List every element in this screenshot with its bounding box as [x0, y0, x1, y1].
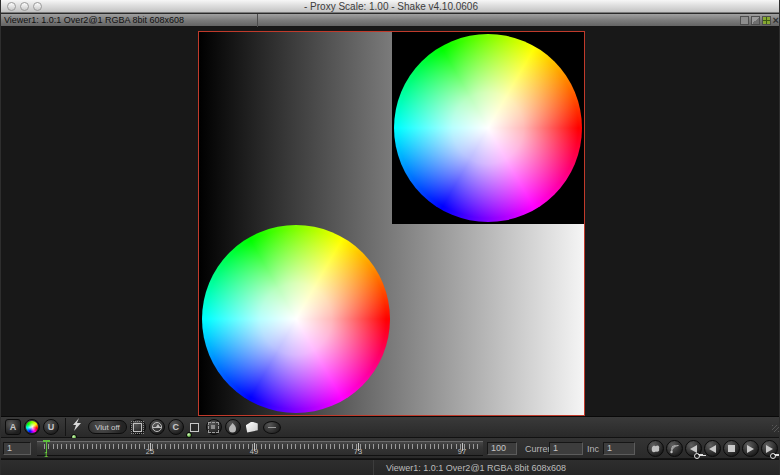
- window-title: - Proxy Scale: 1.00 - Shake v4.10.0606: [1, 1, 780, 12]
- render-flipbook-button[interactable]: [225, 419, 241, 435]
- save-image-button[interactable]: [244, 419, 260, 435]
- compare-mode-button[interactable]: C: [168, 419, 184, 435]
- color-wheel-top-right: [394, 34, 582, 222]
- color-wheel-icon: [26, 421, 38, 433]
- status-text: Viewer1: 1.0:1 Over2@1 RGBA 8bit 608x608: [386, 463, 566, 473]
- broadcast-monitor-button[interactable]: [130, 419, 146, 435]
- current-frame-field[interactable]: 1: [549, 442, 583, 455]
- start-frame-field[interactable]: 1: [3, 442, 31, 455]
- playhead-frame-label: 1: [44, 451, 48, 458]
- progress-update-toggle[interactable]: [72, 417, 84, 437]
- key-icon: [694, 452, 703, 458]
- page-icon: [246, 422, 258, 433]
- compare-split-button[interactable]: [149, 419, 165, 435]
- viewer-lut-button[interactable]: Vlut off: [88, 420, 127, 434]
- grid-toggle-icon[interactable]: [762, 16, 771, 25]
- status-divider: [373, 460, 374, 475]
- play-reverse-keyframe-button[interactable]: [685, 440, 702, 457]
- time-bar: 1 25 49 73 97 1 100 Current 1 Inc 1: [1, 438, 780, 459]
- tick-label: 73: [354, 448, 362, 455]
- detach-viewer-icon[interactable]: [740, 16, 749, 25]
- split-viewer-icon[interactable]: [751, 16, 760, 25]
- render-button[interactable]: [666, 440, 683, 457]
- inc-label: Inc: [587, 444, 599, 454]
- dod-icon: [208, 422, 219, 433]
- dod-button[interactable]: [206, 419, 222, 435]
- update-buffer-button[interactable]: U: [43, 419, 59, 435]
- timeline-ruler[interactable]: 25 49 73 97 1: [37, 441, 483, 456]
- playhead[interactable]: 1: [43, 440, 50, 457]
- film-roll-button[interactable]: [263, 421, 281, 434]
- lightning-icon: [72, 418, 82, 431]
- roi-toggle-button[interactable]: [187, 419, 203, 435]
- viewer-canvas[interactable]: [1, 27, 780, 416]
- end-frame-field[interactable]: 100: [487, 442, 517, 455]
- play-forward-button[interactable]: [742, 440, 759, 457]
- tick-label: 97: [458, 448, 466, 455]
- roi-icon: [190, 423, 199, 432]
- flipbook-button[interactable]: [647, 440, 664, 457]
- composite-image[interactable]: [198, 31, 585, 416]
- close-viewer-icon[interactable]: ×: [773, 16, 779, 25]
- resize-grip[interactable]: [772, 425, 779, 432]
- alpha-view-button[interactable]: A: [5, 419, 21, 435]
- key-icon: [770, 452, 779, 458]
- viewer-tab[interactable]: Viewer1: 1.0:1 Over2@1 RGBA 8bit 608x608: [1, 14, 258, 27]
- tick-label: 25: [146, 448, 154, 455]
- viewer-tab-controls: ×: [740, 16, 779, 25]
- triangle-left-icon: [709, 445, 716, 453]
- viewer-toolbar: A U Vlut off C: [1, 416, 780, 438]
- play-reverse-button[interactable]: [704, 440, 721, 457]
- render-icon: [669, 443, 680, 454]
- channel-select-button[interactable]: [24, 419, 40, 435]
- flame-icon: [227, 422, 238, 433]
- viewer-tab-bar: Viewer1: 1.0:1 Over2@1 RGBA 8bit 608x608…: [1, 13, 780, 27]
- titlebar: - Proxy Scale: 1.00 - Shake v4.10.0606: [1, 0, 780, 13]
- status-bar: Viewer1: 1.0:1 Over2@1 RGBA 8bit 608x608: [1, 459, 780, 475]
- toolbar-separator: [65, 418, 66, 436]
- flipbook-icon: [650, 443, 661, 454]
- increment-field[interactable]: 1: [603, 442, 635, 455]
- stop-icon: [728, 445, 735, 452]
- transport-controls: [647, 440, 778, 457]
- color-wheel-bottom-left: [202, 225, 390, 413]
- triangle-right-icon: [747, 445, 754, 453]
- tick-label: 49: [250, 448, 258, 455]
- shake-window: - Proxy Scale: 1.00 - Shake v4.10.0606 V…: [0, 0, 780, 475]
- stop-button[interactable]: [723, 440, 740, 457]
- frame-icon: [133, 423, 142, 432]
- minor-ticks: [44, 444, 479, 449]
- split-compare-icon: [152, 422, 162, 432]
- play-forward-keyframe-button[interactable]: [761, 440, 778, 457]
